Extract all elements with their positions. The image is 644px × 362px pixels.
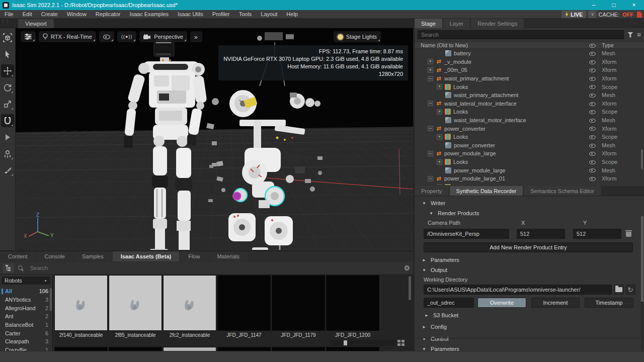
visibility-eye-icon[interactable] [589, 50, 596, 57]
expand-toggle[interactable]: − [428, 76, 433, 81]
expand-toggle[interactable]: + [437, 159, 442, 165]
column-type[interactable]: Type [602, 42, 614, 48]
add-render-product-button[interactable]: Add New Render Product Entry [424, 242, 633, 252]
visibility-eye-icon[interactable] [589, 167, 596, 173]
expand-toggle[interactable]: + [437, 109, 442, 115]
title-bar[interactable]: Isaac Sim 2022.2.1 - D:/Robot/DrpopbearI… [0, 0, 644, 10]
asset-item-jfd-jfd-1200[interactable]: JFD_JFD_1200 [326, 275, 379, 338]
menu-item-help[interactable]: Help [282, 11, 302, 17]
stage-search-input[interactable] [418, 30, 624, 39]
minimize-button[interactable]: – [584, 0, 604, 10]
physics-drop-icon[interactable] [1, 147, 14, 160]
control-parameters-section-header[interactable]: ▼ Parameters [415, 344, 644, 351]
play-icon[interactable] [1, 131, 14, 144]
slider-thumb[interactable] [344, 340, 347, 345]
camera-button[interactable]: Perspective [139, 31, 187, 42]
live-dropdown-button[interactable]: ∨ [588, 11, 596, 18]
menu-item-create[interactable]: Create [37, 11, 62, 17]
tab-viewport[interactable]: Viewport [18, 19, 54, 28]
renderer-button[interactable]: RTX - Real-Time [39, 31, 96, 42]
working-directory-input[interactable] [424, 285, 612, 295]
menu-item-edit[interactable]: Edit [18, 11, 37, 17]
category-clearpath[interactable]: Clearpath3 [0, 337, 52, 346]
audio-button[interactable]: ((●)) [117, 31, 136, 42]
column-name[interactable]: Name (Old to New) [421, 42, 468, 48]
expand-toggle[interactable]: + [428, 67, 433, 73]
tab-console[interactable]: Console [37, 251, 73, 261]
expand-toggle[interactable]: + [437, 84, 442, 89]
categories-scrollbar[interactable] [50, 288, 52, 311]
toolbar-expand-button[interactable]: » [190, 31, 202, 42]
x-input[interactable] [517, 229, 565, 239]
expand-toggle[interactable]: − [428, 151, 433, 156]
tab-samples[interactable]: Samples [74, 251, 112, 261]
stage-lights-button[interactable]: Stage Lights [334, 31, 381, 42]
menu-item-window[interactable]: Window [62, 11, 91, 17]
close-button[interactable]: × [624, 0, 644, 10]
tab-flow[interactable]: Flow [180, 251, 208, 261]
writer-section-header[interactable]: ▼ Writer [415, 198, 644, 208]
visibility-eye-icon[interactable] [589, 75, 596, 82]
expand-toggle[interactable]: + [428, 59, 433, 64]
column-visibility-eye-icon[interactable] [589, 42, 596, 49]
category-balancebot[interactable]: BalanceBot1 [0, 321, 52, 329]
tree-row[interactable]: +LooksScope [415, 82, 644, 91]
tab-property[interactable]: Property [415, 186, 449, 196]
y-input[interactable] [573, 229, 621, 239]
visibility-eye-icon[interactable] [589, 117, 596, 124]
tree-row[interactable]: −⇄power_module_large_01Xform [415, 174, 644, 183]
snap-magnet-icon[interactable] [1, 114, 14, 127]
tab-materials[interactable]: Materials [209, 251, 248, 261]
menu-item-isaac-utils[interactable]: Isaac Utils [173, 11, 208, 17]
visibility-eye-icon[interactable] [589, 184, 596, 186]
expand-toggle[interactable]: − [428, 176, 433, 182]
menu-item-layout[interactable]: Layout [256, 11, 282, 17]
gear-icon[interactable]: ⚙ [404, 264, 410, 272]
live-sync-button[interactable]: LIVE [561, 11, 586, 18]
tab-render-settings[interactable]: Render Settings [471, 19, 524, 28]
tab-synthetic-data-recorder[interactable]: Synthetic Data Recorder [450, 186, 523, 196]
tree-row[interactable]: waist_primary_attachmentMesh [415, 91, 644, 100]
tree-row[interactable]: −⇄waist_lateral_motor_interfaceXform [415, 100, 644, 108]
asset-thumbnail[interactable] [54, 275, 108, 331]
tree-row[interactable]: −⇄power_module_largeXform [415, 149, 644, 158]
visibility-eye-icon[interactable] [589, 150, 596, 157]
asset-item-2fc2-instanceable[interactable]: 2fc2_instanceable [163, 275, 216, 338]
visibility-eye-icon[interactable] [589, 67, 596, 73]
tree-row[interactable]: +LooksScope [415, 183, 644, 186]
tab-stage[interactable]: Stage [415, 19, 442, 28]
camera-path-input[interactable] [424, 229, 509, 239]
visibility-eye-icon[interactable] [589, 92, 596, 99]
grid-view-icon[interactable] [397, 340, 405, 346]
expand-toggle[interactable]: + [437, 134, 442, 140]
visibility-eye-icon[interactable] [589, 175, 596, 182]
tree-row[interactable]: +⇄_00m_05Xform [415, 66, 644, 74]
asset-item-jfd-jfd-1179[interactable]: JFD_JFD_1179 [272, 275, 325, 338]
asset-thumbnail-partial[interactable] [217, 347, 271, 351]
menu-item-file[interactable]: File [0, 11, 18, 17]
asset-thumbnail[interactable] [109, 275, 162, 331]
browse-folder-button[interactable] [614, 285, 624, 295]
rotate-tool-icon[interactable] [1, 81, 14, 94]
tree-row[interactable]: +LooksScope [415, 158, 644, 166]
assets-search-input[interactable] [27, 263, 399, 273]
stage-tree-scrollbar[interactable] [641, 149, 643, 169]
visibility-eye-icon[interactable] [589, 159, 596, 165]
control-section-header[interactable]: ▼ Control [415, 334, 644, 344]
expand-toggle[interactable]: − [428, 126, 433, 131]
mode-button-increment[interactable]: Increment [531, 298, 580, 308]
menu-item-tools[interactable]: Tools [234, 11, 257, 17]
tab-layer[interactable]: Layer [443, 19, 470, 28]
stage-tree-header[interactable]: Name (Old to New) Type [415, 41, 644, 49]
category-ant[interactable]: Ant2 [0, 312, 52, 321]
thumbnails-scrollbar[interactable] [409, 276, 411, 300]
asset-thumbnail[interactable] [326, 275, 379, 331]
asset-thumbnail[interactable] [217, 275, 271, 331]
dock-handle[interactable]: ⋮⋮ [1, 20, 4, 27]
asset-tree-toggle-button[interactable] [3, 263, 14, 273]
asset-item-2f140-instanceable[interactable]: 2f140_instanceable [54, 275, 108, 338]
visibility-eye-icon[interactable] [589, 101, 596, 107]
mode-button-overwrite[interactable]: Overwrite [477, 298, 526, 308]
visibility-eye-icon[interactable] [589, 134, 596, 140]
tree-row[interactable]: power_module_largeMesh [415, 166, 644, 174]
